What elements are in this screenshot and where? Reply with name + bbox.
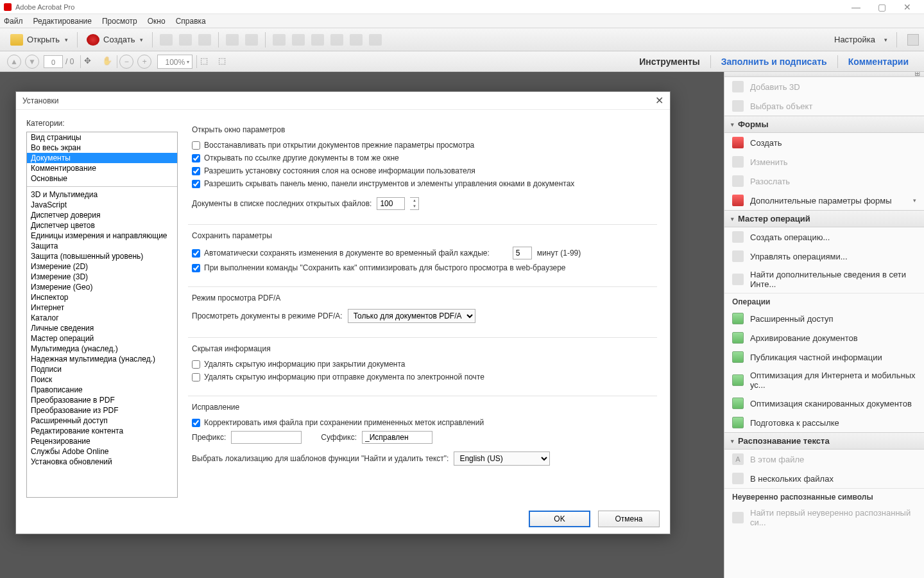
panel-op-publish-private[interactable]: Публикация частной информации	[724, 347, 924, 367]
categories-listbox[interactable]: Вид страницыВо весь экранДокументыКоммен…	[26, 132, 178, 498]
panel-item-forms-more[interactable]: Дополнительные параметры формы	[724, 191, 924, 210]
autosave-minutes-input[interactable]	[513, 247, 532, 259]
fullscreen-icon[interactable]	[907, 34, 919, 46]
panel-item-forms-distribute[interactable]: Разослать	[724, 171, 924, 191]
panel-item-manage-actions[interactable]: Управлять операциями...	[724, 247, 924, 266]
select-tool-icon[interactable]: ✥	[84, 56, 96, 67]
prefix-input[interactable]	[231, 431, 302, 444]
category-item[interactable]: Рецензирование	[27, 436, 177, 446]
panel-item-forms-edit[interactable]: Изменить	[724, 152, 924, 171]
hand-tool-icon[interactable]: ✋	[102, 56, 114, 67]
page-up-button[interactable]: ▲	[7, 55, 21, 69]
cancel-button[interactable]: Отмена	[598, 511, 660, 527]
panel-item-forms-create[interactable]: Создать	[724, 133, 924, 152]
fill-sign-tab[interactable]: Заполнить и подписать	[711, 57, 837, 67]
category-item[interactable]: Преобразование в PDF	[27, 395, 177, 405]
gear-icon[interactable]	[273, 34, 286, 46]
category-item[interactable]: Инспектор	[27, 292, 177, 302]
dialog-close-button[interactable]: ✕	[655, 94, 663, 107]
localization-select[interactable]: English (US)	[454, 451, 550, 466]
recent-docs-input[interactable]	[377, 197, 405, 210]
comment-icon[interactable]	[292, 34, 305, 46]
organize-icon[interactable]	[369, 34, 382, 46]
page-down-button[interactable]: ▼	[25, 55, 39, 69]
panel-section-forms[interactable]: Формы	[724, 116, 924, 133]
check-adjust-filename[interactable]: Корректировать имя файла при сохранении …	[192, 418, 484, 427]
minimize-button[interactable]: —	[843, 2, 869, 12]
category-item[interactable]: Измерение (3D)	[27, 272, 177, 282]
pdfa-mode-select[interactable]: Только для документов PDF/A	[348, 309, 475, 323]
category-item[interactable]: Личные сведения	[27, 323, 177, 333]
page-number-input[interactable]: 0	[44, 55, 63, 68]
category-item[interactable]: Защита	[27, 241, 177, 251]
export-icon[interactable]	[330, 34, 343, 46]
panel-op-optimize-scan[interactable]: Оптимизация сканированных документов	[724, 394, 924, 413]
category-item[interactable]: Службы Adobe Online	[27, 446, 177, 457]
menu-view[interactable]: Просмотр	[102, 17, 137, 26]
category-item[interactable]: Защита (повышенный уровень)	[27, 251, 177, 261]
fit-width-icon[interactable]: ⬚	[200, 56, 212, 67]
check-hide-menubar[interactable]: Разрешить скрывать панель меню, панели и…	[192, 179, 574, 188]
create-button[interactable]: Создать ▾	[81, 31, 148, 48]
check-autosave[interactable]: Автоматически сохранять изменения в доку…	[192, 249, 490, 258]
category-item[interactable]: Расширенный доступ	[27, 416, 177, 426]
category-item[interactable]: Преобразование из PDF	[27, 405, 177, 416]
panel-op-optimize-web[interactable]: Оптимизация для Интернета и мобильных ус…	[724, 367, 924, 394]
menu-file[interactable]: Файл	[4, 17, 23, 26]
category-item[interactable]: Мастер операций	[27, 333, 177, 344]
customize-button[interactable]: Настройка ▾	[829, 32, 893, 47]
category-item[interactable]: JavaScript	[27, 200, 177, 210]
print-icon[interactable]	[198, 34, 211, 46]
sign-icon[interactable]	[311, 34, 324, 46]
comments-tab[interactable]: Комментарии	[838, 57, 919, 67]
category-item[interactable]: Вид страницы	[27, 132, 177, 143]
recent-docs-spinner[interactable]: ▲▼	[410, 197, 419, 210]
category-item[interactable]: Комментирование	[27, 163, 177, 173]
category-item[interactable]: Установка обновлений	[27, 457, 177, 467]
panel-item-find-suspect[interactable]: Найти первый неуверенно распознанный си.…	[724, 504, 924, 531]
panel-op-archive[interactable]: Архивирование документов	[724, 328, 924, 347]
panel-item-create-action[interactable]: Создать операцию...	[724, 227, 924, 247]
zoom-in-button[interactable]: +	[137, 55, 151, 69]
check-layer-state[interactable]: Разрешить установку состояния слоя на ос…	[192, 166, 475, 175]
menu-window[interactable]: Окно	[148, 17, 166, 26]
open-button[interactable]: Открыть ▾	[5, 31, 73, 48]
cloud-icon[interactable]	[179, 34, 192, 46]
panel-section-action-wizard[interactable]: Мастер операций	[724, 210, 924, 227]
mail-icon[interactable]	[245, 34, 258, 46]
save-icon[interactable]	[160, 34, 173, 46]
check-optimize-web[interactable]: При выполнении команды "Сохранить как" о…	[192, 263, 566, 272]
category-item[interactable]: Мультимедиа (унаслед.)	[27, 344, 177, 354]
maximize-button[interactable]: ▢	[869, 2, 894, 12]
panel-op-prepare-distribution[interactable]: Подготовка к рассылке	[724, 413, 924, 432]
zoom-level[interactable]: 100%	[157, 55, 193, 69]
combine-icon[interactable]	[350, 34, 363, 46]
check-remove-hidden-close[interactable]: Удалять скрытую информацию при закрытии …	[192, 360, 406, 369]
category-item[interactable]: Подписи	[27, 364, 177, 374]
panel-item-ocr-multiple[interactable]: В нескольких файлах	[724, 469, 924, 488]
panel-section-ocr[interactable]: Распознавание текста	[724, 432, 924, 450]
menu-help[interactable]: Справка	[176, 17, 206, 26]
check-open-same-window[interactable]: Открывать по ссылке другие документы в т…	[192, 153, 399, 162]
check-remove-hidden-email[interactable]: Удалять скрытую информацию при отправке …	[192, 372, 484, 381]
zoom-out-button[interactable]: −	[119, 55, 133, 69]
close-window-button[interactable]: ✕	[894, 2, 920, 12]
category-item[interactable]: 3D и Мультимедиа	[27, 189, 177, 200]
category-item[interactable]: Диспетчер цветов	[27, 220, 177, 231]
check-restore-view[interactable]: Восстанавливать при открытии документов …	[192, 141, 474, 150]
category-item[interactable]: Интернет	[27, 302, 177, 313]
tools-tab[interactable]: Инструменты	[629, 57, 710, 67]
category-item[interactable]: Во весь экран	[27, 143, 177, 153]
category-item[interactable]: Диспетчер доверия	[27, 210, 177, 220]
category-item[interactable]: Редактирование контента	[27, 426, 177, 436]
category-item[interactable]: Поиск	[27, 374, 177, 385]
panel-item-select-object[interactable]: Выбрать объект	[724, 96, 924, 116]
panel-item-add-3d[interactable]: Добавить 3D	[724, 77, 924, 96]
menu-edit[interactable]: Редактирование	[33, 17, 92, 26]
fit-page-icon[interactable]: ⬚	[218, 56, 230, 67]
panel-item-find-actions[interactable]: Найти дополнительные сведения в сети Инт…	[724, 266, 924, 293]
category-item[interactable]: Измерение (Geo)	[27, 282, 177, 292]
category-item[interactable]: Надежная мультимедиа (унаслед.)	[27, 354, 177, 364]
panel-op-accessibility[interactable]: Расширенный доступ	[724, 309, 924, 328]
category-item[interactable]: Правописание	[27, 385, 177, 395]
